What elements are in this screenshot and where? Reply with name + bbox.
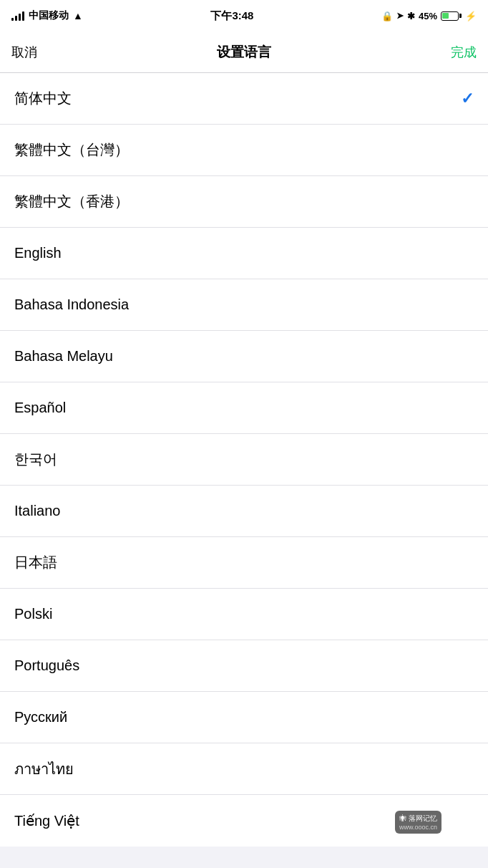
language-item[interactable]: 繁體中文（台灣） <box>0 125 488 176</box>
language-label: Bahasa Indonesia <box>14 296 129 313</box>
status-left: 中国移动 ▲ <box>11 9 83 22</box>
battery-percent: 45% <box>419 11 437 21</box>
language-label: 日本語 <box>14 553 57 572</box>
page-title: 设置语言 <box>54 43 434 62</box>
language-label: Русский <box>14 709 67 725</box>
language-item[interactable]: Português <box>0 640 488 692</box>
language-item[interactable]: Bahasa Melayu <box>0 331 488 382</box>
language-label: Polski <box>14 606 52 622</box>
language-item[interactable]: Русский <box>0 692 488 743</box>
wifi-icon: ▲ <box>73 10 83 21</box>
nav-bar: 取消 设置语言 完成 <box>0 32 488 73</box>
nav-icon: ➤ <box>396 11 404 21</box>
language-item[interactable]: 日本語 <box>0 537 488 589</box>
cancel-button[interactable]: 取消 <box>11 44 54 61</box>
language-label: Bahasa Melayu <box>14 348 113 365</box>
language-label: Italiano <box>14 503 61 519</box>
checkmark-icon: ✓ <box>461 90 474 108</box>
language-item[interactable]: ภาษาไทย <box>0 743 488 795</box>
language-label: 繁體中文（台灣） <box>14 140 129 160</box>
language-label: ภาษาไทย <box>14 758 74 781</box>
status-right: 🔒 ➤ ✱ 45% ⚡ <box>381 11 477 21</box>
battery-icon <box>441 11 462 21</box>
carrier-label: 中国移动 <box>29 9 69 22</box>
language-label: Español <box>14 400 66 416</box>
language-label: 繁體中文（香港） <box>14 192 129 211</box>
done-button[interactable]: 完成 <box>434 44 477 61</box>
status-bar: 中国移动 ▲ 下午3:48 🔒 ➤ ✱ 45% ⚡ <box>0 0 488 32</box>
charging-icon: ⚡ <box>465 11 477 21</box>
language-item[interactable]: Italiano <box>0 486 488 537</box>
language-label: 한국어 <box>14 450 57 469</box>
language-item[interactable]: 繁體中文（香港） <box>0 176 488 228</box>
language-item[interactable]: 简体中文✓ <box>0 73 488 125</box>
language-item[interactable]: Bahasa Indonesia <box>0 279 488 331</box>
language-item[interactable]: English <box>0 228 488 279</box>
signal-icon <box>11 11 24 21</box>
language-label: 简体中文 <box>14 89 72 108</box>
lock-icon: 🔒 <box>381 11 393 21</box>
status-time: 下午3:48 <box>210 9 253 23</box>
language-label: English <box>14 245 62 261</box>
bluetooth-icon: ✱ <box>407 11 415 21</box>
language-item[interactable]: Polski <box>0 589 488 640</box>
language-label: Tiếng Việt <box>14 812 79 829</box>
language-item[interactable]: 한국어 <box>0 434 488 486</box>
language-list: 简体中文✓繁體中文（台灣）繁體中文（香港）EnglishBahasa Indon… <box>0 73 488 847</box>
language-item[interactable]: Tiếng Việt <box>0 795 488 847</box>
language-item[interactable]: Español <box>0 382 488 434</box>
language-label: Português <box>14 657 79 674</box>
